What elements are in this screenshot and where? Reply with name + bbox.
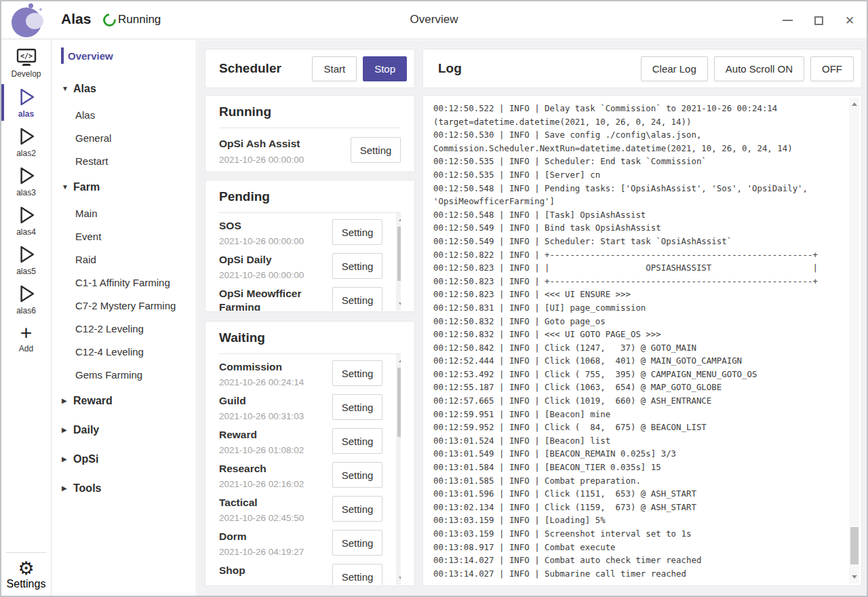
task-name: OpSi Ash Assist xyxy=(219,137,344,151)
nav-item-c1-1-affinity-farming[interactable]: C1-1 Affinity Farming xyxy=(52,271,196,294)
task-row: Dorm 2021-10-26 04:19:27 Setting xyxy=(219,524,401,558)
play-icon xyxy=(16,283,37,305)
main-content: Scheduler Start Stop Running OpSi Ash As… xyxy=(197,40,867,596)
window-controls: ✕ xyxy=(777,1,860,39)
scroll-down-icon[interactable] xyxy=(849,572,859,582)
task-name: Reward xyxy=(219,428,344,442)
scroll-up-icon[interactable] xyxy=(396,355,401,366)
scroll-up-icon[interactable] xyxy=(849,99,859,109)
app-logo-icon xyxy=(9,3,45,39)
stop-button[interactable]: Stop xyxy=(363,56,407,81)
app-name: Alas xyxy=(61,11,91,27)
svg-text:</>: </> xyxy=(20,52,32,60)
task-setting-button[interactable]: Setting xyxy=(332,287,382,311)
maximize-button[interactable] xyxy=(808,10,829,31)
play-icon xyxy=(16,126,37,147)
close-button[interactable]: ✕ xyxy=(840,10,860,31)
task-setting-button[interactable]: Setting xyxy=(332,219,382,245)
chevron-right-icon: ▶ xyxy=(62,455,73,463)
nav-item-main[interactable]: Main xyxy=(52,201,196,225)
rail-item-label: alas xyxy=(18,109,34,119)
close-icon: ✕ xyxy=(845,14,854,28)
scroll-up-icon[interactable] xyxy=(396,214,401,225)
rail-item-alas[interactable]: alas xyxy=(1,83,51,122)
config-nav: Overview ▼ Alas Alas General Restart ▼ F… xyxy=(52,40,197,596)
nav-group-alas[interactable]: ▼ Alas xyxy=(52,74,196,103)
scroll-down-icon[interactable] xyxy=(396,573,401,583)
titlebar: Alas Running Overview ✕ xyxy=(1,1,867,39)
nav-group-farm[interactable]: ▼ Farm xyxy=(52,172,196,201)
app-window: Alas Running Overview ✕ </> Develop alas xyxy=(0,0,868,597)
nav-item-overview[interactable]: Overview xyxy=(52,47,196,64)
maximize-icon xyxy=(814,16,823,25)
nav-item-c7-2-mystery-farming[interactable]: C7-2 Mystery Farming xyxy=(52,294,196,317)
chevron-right-icon: ▶ xyxy=(62,484,73,492)
nav-item-restart[interactable]: Restart xyxy=(52,149,196,172)
running-panel: Running OpSi Ash Assist 2021-10-26 00:00… xyxy=(205,95,415,172)
task-name: Research xyxy=(219,462,344,476)
task-setting-button[interactable]: Setting xyxy=(332,496,382,522)
auto-scroll-on-button[interactable]: Auto Scroll ON xyxy=(714,56,804,81)
scheduler-panel: Scheduler Start Stop xyxy=(205,49,415,88)
nav-group-opsi[interactable]: ▶ OpSi xyxy=(52,444,196,474)
task-setting-button[interactable]: Setting xyxy=(332,360,382,386)
scheduler-status: Running xyxy=(103,13,161,26)
rail-item-alas5[interactable]: alas5 xyxy=(1,240,51,280)
logo-dot xyxy=(39,8,42,11)
nav-item-c12-2-leveling[interactable]: C12-2 Leveling xyxy=(52,317,196,340)
scrollbar[interactable] xyxy=(396,213,401,311)
rail-item-alas3[interactable]: alas3 xyxy=(1,161,51,201)
instance-rail: </> Develop alas alas2 alas3 alas4 alas5 xyxy=(1,40,52,596)
log-scrollbar[interactable] xyxy=(849,98,859,583)
nav-item-alas[interactable]: Alas xyxy=(52,103,196,126)
task-setting-button[interactable]: Setting xyxy=(332,428,382,454)
pending-title: Pending xyxy=(219,189,401,213)
task-row: Shop Setting xyxy=(219,558,401,585)
rail-item-label: alas6 xyxy=(16,306,36,315)
clear-log-button[interactable]: Clear Log xyxy=(641,56,708,81)
log-title: Log xyxy=(438,61,462,76)
task-setting-button[interactable]: Setting xyxy=(332,394,382,420)
play-icon xyxy=(16,165,37,187)
task-setting-button[interactable]: Setting xyxy=(332,462,382,488)
play-icon xyxy=(16,204,37,226)
nav-group-reward[interactable]: ▶ Reward xyxy=(52,386,196,415)
gear-icon: ⚙ xyxy=(18,559,34,578)
rail-item-alas6[interactable]: alas6 xyxy=(1,280,51,319)
auto-scroll-off-button[interactable]: OFF xyxy=(810,56,854,81)
waiting-panel: Waiting Commission 2021-10-26 00:24:14 S… xyxy=(205,321,415,586)
nav-item-c12-4-leveling[interactable]: C12-4 Leveling xyxy=(52,340,196,363)
log-output[interactable]: 00:12:50.522 | INFO | Delay task `Commis… xyxy=(423,96,846,585)
task-name: SOS xyxy=(219,219,344,233)
task-setting-button[interactable]: Setting xyxy=(332,530,382,556)
pending-list: SOS 2021-10-26 00:00:00 Setting OpSi Dai… xyxy=(219,213,401,311)
logo-highlight xyxy=(26,13,43,29)
rail-item-alas4[interactable]: alas4 xyxy=(1,201,51,240)
minimize-button[interactable] xyxy=(777,10,797,31)
nav-item-general[interactable]: General xyxy=(52,126,196,149)
settings-button[interactable]: ⚙ Settings xyxy=(6,552,46,596)
nav-item-gems-farming[interactable]: Gems Farming xyxy=(52,363,196,386)
nav-item-event[interactable]: Event xyxy=(52,225,196,248)
rail-item-label: alas4 xyxy=(16,227,36,237)
rail-item-alas2[interactable]: alas2 xyxy=(1,122,51,161)
add-instance-button[interactable]: + Add xyxy=(1,319,51,358)
running-title: Running xyxy=(219,104,401,128)
task-setting-button[interactable]: Setting xyxy=(332,564,382,585)
waiting-list: Commission 2021-10-26 00:24:14 Setting G… xyxy=(219,354,401,585)
scrollbar-thumb[interactable] xyxy=(397,368,401,437)
task-setting-button[interactable]: Setting xyxy=(332,253,382,279)
nav-group-daily[interactable]: ▶ Daily xyxy=(52,415,196,444)
task-row: OpSi Meowfficer Farming Setting xyxy=(219,281,401,311)
scroll-down-icon[interactable] xyxy=(396,299,401,309)
start-button[interactable]: Start xyxy=(312,56,357,81)
nav-group-tools[interactable]: ▶ Tools xyxy=(52,474,196,503)
play-icon xyxy=(16,244,37,265)
scrollbar-thumb[interactable] xyxy=(397,227,401,281)
task-row: Commission 2021-10-26 00:24:14 Setting xyxy=(219,354,401,388)
task-setting-button[interactable]: Setting xyxy=(351,137,401,163)
scrollbar[interactable] xyxy=(396,354,401,585)
nav-item-raid[interactable]: Raid xyxy=(52,248,196,271)
rail-item-develop[interactable]: </> Develop xyxy=(1,43,51,83)
scrollbar-thumb[interactable] xyxy=(850,527,859,564)
